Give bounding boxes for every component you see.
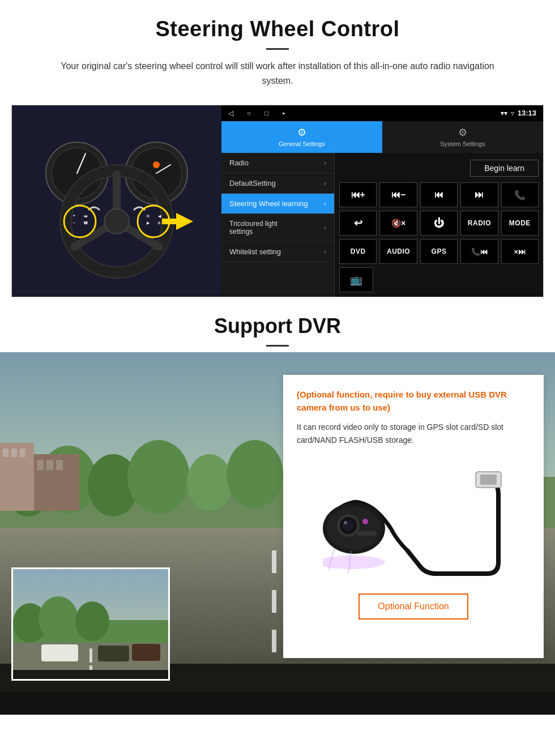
status-right: ▾▾ ▿ 13:13 xyxy=(501,109,536,117)
svg-text:−: − xyxy=(72,220,75,225)
recent-icon[interactable]: □ xyxy=(264,109,268,117)
dvr-thumb-inner xyxy=(13,569,168,679)
tab-general-settings[interactable]: ⚙ General Settings xyxy=(221,121,382,153)
svg-rect-73 xyxy=(89,648,92,663)
svg-rect-45 xyxy=(272,630,276,652)
ctrl-mode[interactable]: MODE xyxy=(501,211,539,236)
ctrl-row-3: DVD AUDIO GPS 📞⏮ ×⏭ xyxy=(339,239,539,264)
steering-wheel-illustration: + − ⏮ ☎ ⚙ ▶ ◀ ⊕ xyxy=(32,122,202,281)
title-divider xyxy=(266,48,289,50)
svg-rect-44 xyxy=(272,590,276,613)
dvr-section-header: Support DVR xyxy=(0,297,555,352)
svg-point-33 xyxy=(227,440,283,508)
ctrl-screen[interactable]: 📺 xyxy=(339,267,373,292)
menu-tricoloured-label: Tricoloured lightsettings xyxy=(229,220,278,236)
svg-rect-77 xyxy=(41,644,78,661)
svg-rect-40 xyxy=(46,460,53,470)
ctrl-phone-prev[interactable]: 📞⏮ xyxy=(460,239,498,264)
ctrl-mute[interactable]: 🔇× xyxy=(379,211,417,236)
menu-whitelist-label: Whitelist setting xyxy=(229,247,281,256)
menu-radio-label: Radio xyxy=(229,159,249,167)
page-title: Steering Wheel Control xyxy=(11,17,544,41)
ctrl-phone[interactable]: 📞 xyxy=(501,182,539,207)
steering-controls-panel: Begin learn ⏮+ ⏮− ⏮ ⏭ 📞 ↩ 🔇× ⏻ RADIO MOD… xyxy=(335,153,543,297)
ctrl-vol-down[interactable]: ⏮− xyxy=(379,182,417,207)
menu-steering-label: Steering Wheel learning xyxy=(229,199,308,208)
dvr-thumb-scene xyxy=(13,569,170,681)
ctrl-audio[interactable]: AUDIO xyxy=(379,239,417,264)
dvr-camera-svg xyxy=(323,460,504,579)
section-description: Your original car's steering wheel contr… xyxy=(45,59,510,88)
tab-general-label: General Settings xyxy=(279,140,325,147)
svg-text:⏮: ⏮ xyxy=(84,214,88,218)
svg-rect-36 xyxy=(11,449,17,457)
svg-rect-76 xyxy=(132,644,160,661)
svg-point-13 xyxy=(104,209,129,234)
system-icon: ⚙ xyxy=(458,126,467,139)
optional-function-button[interactable]: Optional Function xyxy=(358,593,468,620)
dvr-title-divider xyxy=(266,345,289,347)
dvr-description: It can record video only to storage in G… xyxy=(297,421,530,446)
svg-rect-78 xyxy=(13,670,170,681)
svg-rect-55 xyxy=(480,475,497,485)
menu-item-tricoloured[interactable]: Tricoloured lightsettings › xyxy=(221,214,334,242)
ctrl-dvd[interactable]: DVD xyxy=(339,239,377,264)
ctrl-next-skip[interactable]: ×⏭ xyxy=(501,239,539,264)
ctrl-row-4: 📺 xyxy=(339,267,539,292)
dvr-section: Support DVR xyxy=(0,297,555,715)
ctrl-row-2: ↩ 🔇× ⏻ RADIO MODE xyxy=(339,211,539,236)
chevron-icon: › xyxy=(324,224,326,232)
steering-wheel-photo: + − ⏮ ☎ ⚙ ▶ ◀ ⊕ xyxy=(12,105,221,297)
ctrl-gps[interactable]: GPS xyxy=(420,239,458,264)
settings-tab-bar: ⚙ General Settings ⚙ System Settings xyxy=(221,121,543,153)
menu-item-whitelist[interactable]: Whitelist setting › xyxy=(221,242,334,262)
ctrl-radio[interactable]: RADIO xyxy=(460,211,498,236)
svg-text:+: + xyxy=(72,213,75,219)
svg-rect-35 xyxy=(3,449,8,457)
steering-demo-container: + − ⏮ ☎ ⚙ ▶ ◀ ⊕ ◁ ○ □ ▪ ▾▾ ▿ xyxy=(11,105,544,297)
svg-point-62 xyxy=(362,519,368,524)
ctrl-prev-track[interactable]: ⏮ xyxy=(420,182,458,207)
back-icon[interactable]: ◁ xyxy=(228,109,233,117)
ctrl-vol-up[interactable]: ⏮+ xyxy=(339,182,377,207)
chevron-icon: › xyxy=(324,200,326,208)
tab-system-settings[interactable]: ⚙ System Settings xyxy=(382,121,543,153)
dvr-street-photo: (Optional function, require to buy exter… xyxy=(0,352,555,715)
svg-point-7 xyxy=(153,161,160,168)
wifi-icon: ▿ xyxy=(511,109,514,117)
begin-learn-button[interactable]: Begin learn xyxy=(470,160,539,177)
android-status-bar: ◁ ○ □ ▪ ▾▾ ▿ 13:13 xyxy=(221,105,543,121)
svg-rect-43 xyxy=(272,550,276,573)
svg-point-70 xyxy=(39,596,78,642)
steering-section-header: Steering Wheel Control Your original car… xyxy=(0,0,555,93)
menu-item-default-setting[interactable]: DefaultSetting › xyxy=(221,173,334,194)
dvr-optional-text: (Optional function, require to buy exter… xyxy=(297,388,530,414)
ctrl-power[interactable]: ⏻ xyxy=(420,211,458,236)
svg-point-71 xyxy=(75,601,109,641)
signal-icon: ▾▾ xyxy=(501,109,507,117)
dvr-camera-product xyxy=(297,458,530,582)
android-ui-panel: ◁ ○ □ ▪ ▾▾ ▿ 13:13 ⚙ General Settings ⚙ … xyxy=(221,105,543,297)
svg-rect-37 xyxy=(20,449,25,457)
menu-item-radio[interactable]: Radio › xyxy=(221,153,334,173)
chevron-icon: › xyxy=(324,248,326,256)
menu-icon[interactable]: ▪ xyxy=(283,109,285,117)
svg-rect-53 xyxy=(0,692,555,715)
svg-text:⊕: ⊕ xyxy=(157,221,161,225)
dvr-thumbnail xyxy=(11,567,170,681)
chevron-icon: › xyxy=(324,180,326,187)
settings-menu-list: Radio › DefaultSetting › Steering Wheel … xyxy=(221,153,335,297)
svg-point-61 xyxy=(344,521,347,524)
menu-controls-area: Radio › DefaultSetting › Steering Wheel … xyxy=(221,153,543,297)
svg-rect-75 xyxy=(98,646,129,661)
menu-default-label: DefaultSetting xyxy=(229,179,276,187)
dvr-title: Support DVR xyxy=(11,314,544,338)
dvr-info-card: (Optional function, require to buy exter… xyxy=(283,375,544,658)
menu-item-steering-wheel[interactable]: Steering Wheel learning › xyxy=(221,194,334,214)
ctrl-next-track[interactable]: ⏭ xyxy=(460,182,498,207)
ctrl-back[interactable]: ↩ xyxy=(339,211,377,236)
home-icon[interactable]: ○ xyxy=(247,109,251,117)
svg-text:⚙: ⚙ xyxy=(146,214,150,218)
svg-rect-41 xyxy=(56,460,63,470)
chevron-icon: › xyxy=(324,159,326,167)
